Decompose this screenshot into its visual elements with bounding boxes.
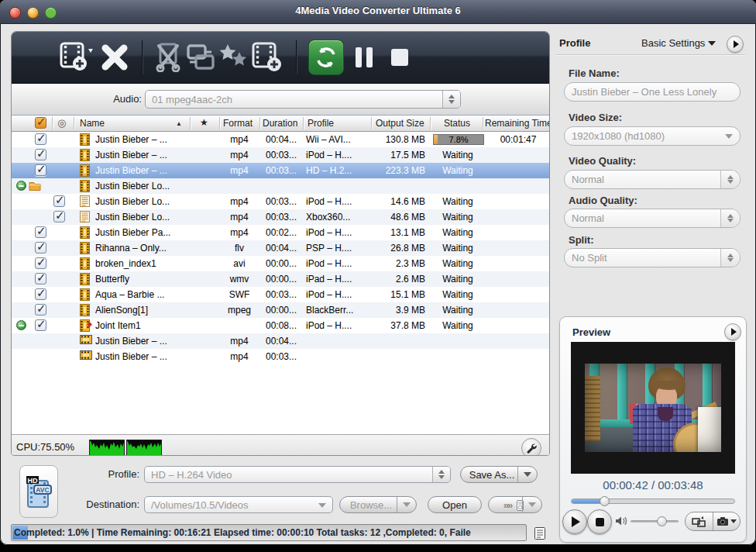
browse-dropdown[interactable] <box>397 497 416 512</box>
browse-button[interactable]: Browse... <box>339 496 417 513</box>
video-screen <box>571 342 735 474</box>
column-output-size[interactable]: Output Size <box>376 118 424 129</box>
row-checkbox[interactable]: ✓ <box>35 304 46 316</box>
save-as-button[interactable]: Save As... <box>460 466 538 483</box>
expand-profile-button[interactable] <box>727 36 744 53</box>
row-checkbox[interactable]: ✓ <box>35 164 46 176</box>
table-row[interactable]: ✓Justin Bieber – ...mp400:03...HD – H.2.… <box>12 163 549 178</box>
row-checkbox[interactable]: ✓ <box>35 257 46 269</box>
file-status: Waiting <box>430 320 486 331</box>
row-checkbox[interactable]: ✓ <box>35 149 46 160</box>
audio-select[interactable]: 01 mpeg4aac-2ch <box>145 90 461 109</box>
transfer-to-device-button[interactable]: »» <box>488 496 542 513</box>
snapshot-button[interactable] <box>713 512 741 530</box>
cpu-strip: CPU:75.50% <box>12 434 549 456</box>
row-checkbox[interactable]: ✓ <box>35 133 46 145</box>
titlebar[interactable]: 4Media Video Converter Ultimate 6 <box>0 0 756 24</box>
sort-asc-icon[interactable]: ▲ <box>176 120 182 127</box>
stepper-arrows-icon[interactable] <box>720 171 740 188</box>
table-row[interactable]: ✓Justin Bieber – ...mp400:04...Wii – AVI… <box>12 132 549 147</box>
stop-button[interactable] <box>382 39 418 76</box>
row-checkbox[interactable]: ✓ <box>35 226 46 238</box>
merge-button[interactable] <box>184 39 217 76</box>
file-name: Justin Bieber – ... <box>95 134 188 145</box>
column-name[interactable]: Name <box>80 118 105 129</box>
toolbar <box>12 32 549 84</box>
report-button[interactable] <box>531 525 548 542</box>
stepper-arrows-icon[interactable] <box>720 249 740 267</box>
column-status[interactable]: Status <box>444 118 470 129</box>
file-name: Justin Bieber – ... <box>95 165 188 176</box>
file-format: SWF <box>219 289 259 300</box>
settings-wrench-button[interactable] <box>521 438 541 456</box>
stepper-arrows-icon[interactable] <box>720 209 740 227</box>
select-all-checkbox[interactable]: ✓ <box>35 117 46 129</box>
video-size-select[interactable]: 1920x1080 (hd1080) <box>564 126 741 146</box>
row-checkbox[interactable]: ✓ <box>35 319 46 331</box>
insert-video-button[interactable] <box>249 39 287 76</box>
film-icon <box>80 133 90 148</box>
table-row[interactable]: ✓AlienSong[1]mpeg00:00...BlackBerr...3.9… <box>12 302 549 318</box>
collapse-disclosure-button[interactable] <box>16 320 26 330</box>
table-row[interactable]: ✓Joint Item100:08...iPod – H....37.8 MBW… <box>12 318 549 333</box>
row-checkbox[interactable]: ✓ <box>35 288 46 300</box>
column-remaining-time[interactable]: Remaining Time <box>485 118 550 129</box>
star-column-icon[interactable]: ★ <box>200 117 208 128</box>
preset-dropdown-icon <box>708 41 716 46</box>
file-duration: 00:00... <box>259 305 303 316</box>
stepper-arrows-icon[interactable] <box>432 467 450 482</box>
compare-view-button[interactable] <box>686 512 713 530</box>
table-header[interactable]: ✓ ◎ Name ▲ ★ Format Duration Profile Out… <box>12 116 549 132</box>
row-checkbox[interactable]: ✓ <box>53 211 65 223</box>
pause-button[interactable] <box>346 39 382 76</box>
effect-button[interactable] <box>217 39 249 76</box>
open-button[interactable]: Open <box>428 496 482 513</box>
disc-column-icon[interactable]: ◎ <box>57 117 66 129</box>
file-output-size: 2.3 MB <box>369 258 425 269</box>
delete-button[interactable] <box>97 39 132 76</box>
stepper-arrows-icon[interactable] <box>442 91 460 108</box>
transfer-dropdown[interactable] <box>522 497 541 512</box>
row-checkbox[interactable]: ✓ <box>35 273 46 285</box>
file-name: Butterfly <box>95 274 188 285</box>
clip-button[interactable] <box>152 39 184 76</box>
table-row[interactable]: ✓Justin Bieber Lo...mp400:03...Xbox360..… <box>12 209 549 225</box>
add-file-button[interactable] <box>57 39 97 76</box>
profile-select[interactable]: HD – H.264 Video <box>144 466 451 483</box>
row-checkbox[interactable]: ✓ <box>53 195 65 207</box>
expand-preview-button[interactable] <box>724 323 741 340</box>
file-output-size: 14.6 MB <box>369 196 425 207</box>
audio-quality-select[interactable]: Normal <box>564 209 741 228</box>
table-row[interactable]: ✓broken_index1avi00:00...iPod – H....2.3… <box>12 256 549 271</box>
table-row[interactable]: ✓Justin Bieber Pa...mp400:02...iPod – H.… <box>12 225 549 240</box>
file-output-size: 3.9 MB <box>369 305 425 316</box>
column-duration[interactable]: Duration <box>263 118 297 129</box>
table-row[interactable]: Justin Bieber Lo... <box>12 178 549 194</box>
report-list-icon <box>533 526 547 540</box>
file-name: Justin Bieber Lo... <box>95 181 188 191</box>
table-row[interactable]: ✓Rihanna – Only...flv00:04...PSP – H....… <box>12 240 549 256</box>
preset-select[interactable]: Basic Settings <box>641 37 716 49</box>
column-profile[interactable]: Profile <box>308 118 334 129</box>
table-row[interactable]: ✓Butterflywmv00:00...iPad – H....2.6 MBW… <box>12 271 549 287</box>
seek-knob[interactable] <box>600 496 610 506</box>
convert-button[interactable] <box>306 39 346 76</box>
row-checkbox[interactable]: ✓ <box>35 242 46 254</box>
destination-select[interactable]: /Volumes/10.5/Videos <box>144 496 333 513</box>
table-row[interactable]: Justin Bieber – ...mp400:04... <box>12 333 549 349</box>
table-row[interactable]: ✓Justin Bieber – ...mp400:03...iPod – H.… <box>12 147 549 163</box>
seek-slider[interactable] <box>571 499 735 504</box>
split-select[interactable]: No Split <box>564 248 741 267</box>
table-row[interactable]: ✓Justin Bieber Lo...mp400:03...iPod – H.… <box>12 194 549 209</box>
video-quality-select[interactable]: Normal <box>564 170 741 189</box>
collapse-disclosure-button[interactable] <box>16 181 26 191</box>
file-name-input[interactable]: Justin Bieber – One Less Lonely Gi <box>564 82 741 102</box>
volume-slider[interactable] <box>631 520 679 523</box>
column-format[interactable]: Format <box>223 118 253 129</box>
preview-stop-button[interactable] <box>587 509 612 534</box>
preview-play-button[interactable] <box>562 509 587 534</box>
table-row[interactable]: Justin Bieber – ...mp400:03... <box>12 349 549 364</box>
table-row[interactable]: ✓Aqua – Barbie ...SWF00:03...iPod – H...… <box>12 287 549 302</box>
save-as-dropdown[interactable] <box>517 467 537 482</box>
film-h-icon <box>80 335 92 347</box>
